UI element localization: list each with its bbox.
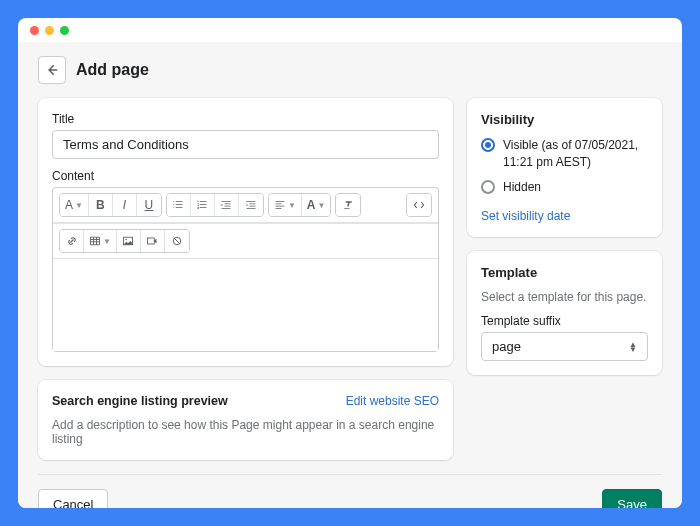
bold-button[interactable]: B bbox=[89, 194, 113, 216]
font-style-label: A bbox=[65, 198, 73, 212]
block-icon bbox=[171, 235, 183, 247]
indent-icon bbox=[245, 199, 257, 211]
arrow-left-icon bbox=[45, 63, 59, 77]
editor-toolbar-row-1: A▼ B I U bbox=[53, 188, 438, 223]
template-heading: Template bbox=[481, 265, 648, 280]
rich-text-editor: A▼ B I U bbox=[52, 187, 439, 352]
back-button[interactable] bbox=[38, 56, 66, 84]
save-button[interactable]: Save bbox=[602, 489, 662, 508]
side-column: Visibility Visible (as of 07/05/2021, 11… bbox=[467, 98, 662, 375]
undo-button[interactable] bbox=[165, 230, 189, 252]
window-titlebar bbox=[18, 18, 682, 42]
title-content-card: Title Content A▼ B I U bbox=[38, 98, 453, 366]
main-column: Title Content A▼ B I U bbox=[38, 98, 453, 460]
link-icon bbox=[66, 235, 78, 247]
bold-icon: B bbox=[96, 198, 105, 212]
image-button[interactable] bbox=[117, 230, 141, 252]
font-style-dropdown[interactable]: A▼ bbox=[60, 194, 89, 216]
edit-seo-link[interactable]: Edit website SEO bbox=[346, 394, 439, 408]
seo-card: Search engine listing preview Edit websi… bbox=[38, 380, 453, 460]
video-icon bbox=[146, 235, 158, 247]
code-icon bbox=[413, 199, 425, 211]
content-label: Content bbox=[52, 169, 439, 183]
radio-visible[interactable] bbox=[481, 138, 495, 152]
link-button[interactable] bbox=[60, 230, 84, 252]
numbered-list-icon bbox=[196, 199, 208, 211]
table-icon bbox=[89, 235, 101, 247]
visibility-option-hidden[interactable]: Hidden bbox=[481, 179, 648, 196]
visibility-card: Visibility Visible (as of 07/05/2021, 11… bbox=[467, 98, 662, 237]
app-window: Add page Title Content A▼ B I bbox=[18, 18, 682, 508]
visibility-option-visible[interactable]: Visible (as of 07/05/2021, 11:21 pm AEST… bbox=[481, 137, 648, 171]
text-color-dropdown[interactable]: A▼ bbox=[302, 194, 331, 216]
clear-formatting-button[interactable] bbox=[336, 194, 360, 216]
numbered-list-button[interactable] bbox=[191, 194, 215, 216]
bullet-list-button[interactable] bbox=[167, 194, 191, 216]
template-suffix-value: page bbox=[492, 339, 521, 354]
seo-description: Add a description to see how this Page m… bbox=[52, 418, 439, 446]
editor-toolbar-row-2: ▼ bbox=[53, 223, 438, 259]
radio-visible-label: Visible (as of 07/05/2021, 11:21 pm AEST… bbox=[503, 137, 648, 171]
title-input[interactable] bbox=[52, 130, 439, 159]
align-dropdown[interactable]: ▼ bbox=[269, 194, 302, 216]
svg-point-1 bbox=[126, 239, 128, 241]
text-color-icon: A bbox=[307, 198, 316, 212]
title-label: Title bbox=[52, 112, 439, 126]
page-title: Add page bbox=[76, 61, 149, 79]
svg-rect-2 bbox=[148, 238, 155, 244]
table-button[interactable]: ▼ bbox=[84, 230, 117, 252]
indent-button[interactable] bbox=[239, 194, 263, 216]
italic-button[interactable]: I bbox=[113, 194, 137, 216]
cancel-button[interactable]: Cancel bbox=[38, 489, 108, 508]
maximize-window-icon[interactable] bbox=[60, 26, 69, 35]
clear-format-icon bbox=[342, 199, 354, 211]
editor-textarea[interactable] bbox=[53, 259, 438, 351]
page-canvas: Add page Title Content A▼ B I bbox=[18, 42, 682, 508]
content-columns: Title Content A▼ B I U bbox=[38, 98, 662, 460]
close-window-icon[interactable] bbox=[30, 26, 39, 35]
template-description: Select a template for this page. bbox=[481, 290, 648, 304]
minimize-window-icon[interactable] bbox=[45, 26, 54, 35]
visibility-heading: Visibility bbox=[481, 112, 648, 127]
template-suffix-label: Template suffix bbox=[481, 314, 648, 328]
code-view-button[interactable] bbox=[407, 194, 431, 216]
page-footer: Cancel Save bbox=[38, 474, 662, 508]
image-icon bbox=[122, 235, 134, 247]
video-button[interactable] bbox=[141, 230, 165, 252]
underline-icon: U bbox=[145, 198, 154, 212]
radio-hidden-label: Hidden bbox=[503, 179, 541, 196]
page-header: Add page bbox=[38, 56, 662, 84]
align-left-icon bbox=[274, 199, 286, 211]
outdent-icon bbox=[220, 199, 232, 211]
set-visibility-date-link[interactable]: Set visibility date bbox=[481, 209, 648, 223]
template-suffix-select[interactable]: page ▲▼ bbox=[481, 332, 648, 361]
outdent-button[interactable] bbox=[215, 194, 239, 216]
underline-button[interactable]: U bbox=[137, 194, 161, 216]
bullet-list-icon bbox=[172, 199, 184, 211]
radio-hidden[interactable] bbox=[481, 180, 495, 194]
select-caret-icon: ▲▼ bbox=[629, 342, 637, 352]
italic-icon: I bbox=[123, 198, 126, 212]
template-card: Template Select a template for this page… bbox=[467, 251, 662, 375]
seo-heading: Search engine listing preview bbox=[52, 394, 228, 408]
